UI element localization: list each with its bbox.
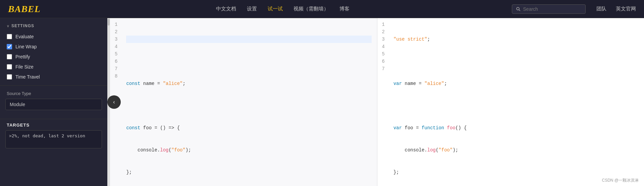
timetravel-checkbox[interactable] <box>7 74 12 80</box>
main-area: ∨ SETTINGS Evaluate Line Wrap Prettify F… <box>0 18 644 186</box>
nav-link-settings[interactable]: 设置 <box>247 6 257 12</box>
code-line: "use strict"; <box>393 36 639 43</box>
line-num: 6 <box>115 58 117 65</box>
editor-area: ‹ 1 2 3 4 5 6 7 8 <box>107 18 644 186</box>
code-line: var name = "alice"; <box>393 80 639 87</box>
code-line: const foo = () => { <box>126 124 371 132</box>
nav-link-team[interactable]: 团队 <box>596 6 606 12</box>
checkbox-prettify[interactable]: Prettify <box>0 52 107 62</box>
checkbox-linewrap[interactable]: Line Wrap <box>0 42 107 52</box>
prettify-label: Prettify <box>15 54 30 59</box>
watermark: CSDN @一颗冰淇淋 <box>602 178 639 183</box>
line-num: 4 <box>115 43 117 50</box>
code-line <box>393 58 639 65</box>
svg-line-1 <box>519 9 520 11</box>
code-line: console.log("foo"); <box>126 146 371 154</box>
timetravel-label: Time Travel <box>15 74 40 80</box>
line-num: 5 <box>382 50 385 58</box>
code-line <box>393 102 639 109</box>
line-num: 8 <box>115 73 117 80</box>
output-editor[interactable]: 1 2 3 4 5 6 7 "use strict"; var name = "… <box>377 18 644 186</box>
scrollbar-thumb <box>108 19 110 26</box>
checkbox-evaluate[interactable]: Evaluate <box>0 32 107 42</box>
code-line <box>126 36 371 43</box>
line-numbers-right: 1 2 3 4 5 6 7 <box>377 21 388 183</box>
chevron-icon: ∨ <box>7 24 9 28</box>
code-line <box>126 102 371 109</box>
divider2 <box>0 119 107 119</box>
checkbox-filesize[interactable]: File Size <box>0 62 107 72</box>
line-num: 2 <box>382 28 385 36</box>
filesize-checkbox[interactable] <box>7 64 12 69</box>
evaluate-label: Evaluate <box>15 34 34 39</box>
input-pane: 1 2 3 4 5 6 7 8 const name = "alice"; co… <box>110 18 377 186</box>
sidebar: ∨ SETTINGS Evaluate Line Wrap Prettify F… <box>0 18 107 186</box>
nav-link-video[interactable]: 视频（需翻墙） <box>293 6 329 12</box>
search-icon <box>516 7 521 11</box>
babel-logo: BABEL <box>8 4 41 14</box>
code-line: const name = "alice"; <box>126 80 371 87</box>
nav-link-blog[interactable]: 博客 <box>339 6 350 12</box>
nav-links: 中文文档 设置 试一试 视频（需翻墙） 博客 <box>54 6 512 12</box>
code-line: var foo = function foo() { <box>393 124 639 132</box>
nav-link-docs[interactable]: 中文文档 <box>216 6 236 12</box>
nav-link-try[interactable]: 试一试 <box>268 6 283 12</box>
svg-point-0 <box>517 7 519 10</box>
collapse-button[interactable]: ‹ <box>107 95 121 109</box>
source-type-label: Source Type <box>0 89 107 99</box>
code-line <box>126 58 371 65</box>
line-num: 3 <box>382 36 385 43</box>
prettify-checkbox[interactable] <box>7 54 12 59</box>
line-num: 7 <box>382 65 385 73</box>
linewrap-label: Line Wrap <box>15 44 37 49</box>
line-num: 1 <box>115 21 117 28</box>
line-num: 7 <box>115 65 117 73</box>
evaluate-checkbox[interactable] <box>7 34 12 39</box>
line-num: 5 <box>115 50 117 58</box>
line-num: 4 <box>382 43 385 50</box>
search-input[interactable] <box>523 6 581 12</box>
filesize-label: File Size <box>15 64 34 69</box>
code-line: }; <box>393 169 639 176</box>
line-num: 1 <box>382 21 385 28</box>
search-box <box>512 4 586 14</box>
checkbox-timetravel[interactable]: Time Travel <box>0 72 107 82</box>
right-links: 团队 英文官网 <box>596 6 636 12</box>
nav-link-english[interactable]: 英文官网 <box>616 6 636 12</box>
source-type-select[interactable]: Module Script <box>5 99 102 110</box>
code-line: console.log("foo"); <box>393 146 639 154</box>
code-line: }; <box>126 169 371 176</box>
input-editor[interactable]: 1 2 3 4 5 6 7 8 const name = "alice"; co… <box>110 18 377 186</box>
line-num: 3 <box>115 36 117 43</box>
navbar: BABEL 中文文档 设置 试一试 视频（需翻墙） 博客 团队 英文官网 <box>0 0 644 18</box>
code-right[interactable]: "use strict"; var name = "alice"; var fo… <box>388 21 644 183</box>
targets-title: TARGETS <box>0 123 107 130</box>
output-pane: 1 2 3 4 5 6 7 "use strict"; var name = "… <box>377 18 644 186</box>
settings-title: ∨ SETTINGS <box>0 24 107 32</box>
targets-textarea[interactable]: >2%, not dead, last 2 version <box>5 130 102 148</box>
line-num: 2 <box>115 28 117 36</box>
linewrap-checkbox[interactable] <box>7 44 12 49</box>
divider <box>0 85 107 86</box>
line-num: 6 <box>382 58 385 65</box>
code-left[interactable]: const name = "alice"; const foo = () => … <box>121 21 377 183</box>
